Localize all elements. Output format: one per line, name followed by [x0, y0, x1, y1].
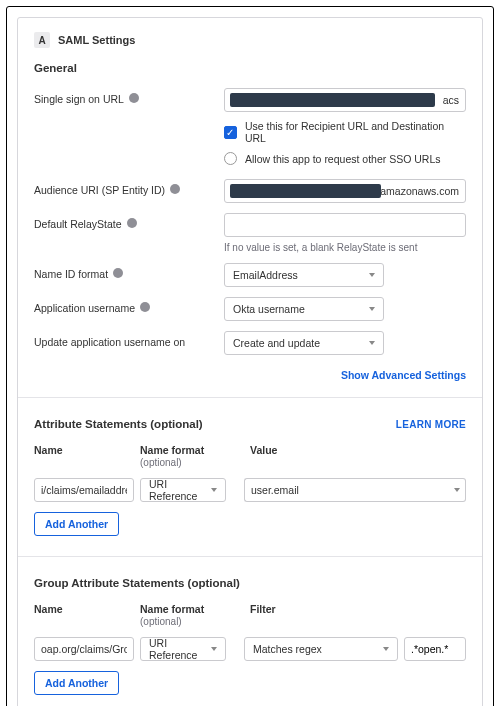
- chevron-down-icon: [211, 488, 217, 492]
- divider: [18, 397, 482, 398]
- attrs-col-fmt-sub: (optional): [140, 457, 182, 468]
- gattr-fmt-select[interactable]: URI Reference: [140, 637, 226, 661]
- audience-uri-input[interactable]: amazonaws.com: [224, 179, 466, 203]
- divider: [18, 556, 482, 557]
- attr-value-dropdown[interactable]: [449, 478, 466, 502]
- section-general-heading: General: [34, 62, 466, 74]
- show-advanced-link[interactable]: Show Advanced Settings: [34, 369, 466, 381]
- appuser-select[interactable]: Okta username: [224, 297, 384, 321]
- help-icon[interactable]: [170, 184, 180, 194]
- help-icon[interactable]: [127, 218, 137, 228]
- gattr-pattern-input[interactable]: [404, 637, 466, 661]
- chevron-down-icon: [369, 307, 375, 311]
- attr-value-input[interactable]: [244, 478, 449, 502]
- appuser-label: Application username: [34, 302, 135, 314]
- gattrs-col-name: Name: [34, 603, 134, 627]
- updateon-select[interactable]: Create and update: [224, 331, 384, 355]
- use-for-recipient-checkbox[interactable]: ✓: [224, 126, 237, 139]
- chevron-down-icon: [369, 273, 375, 277]
- chevron-down-icon: [454, 488, 460, 492]
- nameid-label: Name ID format: [34, 268, 108, 280]
- attrs-heading: Attribute Statements (optional): [34, 418, 203, 430]
- attr-name-input[interactable]: [34, 478, 134, 502]
- chevron-down-icon: [369, 341, 375, 345]
- sso-label: Single sign on URL: [34, 93, 124, 105]
- attr-row: URI Reference: [34, 478, 466, 502]
- help-icon[interactable]: [140, 302, 150, 312]
- relaystate-label: Default RelayState: [34, 218, 122, 230]
- relaystate-input[interactable]: [224, 213, 466, 237]
- help-icon[interactable]: [129, 93, 139, 103]
- learn-more-link[interactable]: LEARN MORE: [396, 419, 466, 430]
- add-another-attr-button[interactable]: Add Another: [34, 512, 119, 536]
- gattrs-col-filter: Filter: [232, 603, 466, 627]
- gattr-name-input[interactable]: [34, 637, 134, 661]
- add-another-gattr-button[interactable]: Add Another: [34, 671, 119, 695]
- gattr-filter-select[interactable]: Matches regex: [244, 637, 398, 661]
- updateon-label: Update application username on: [34, 336, 185, 348]
- attrs-col-val: Value: [232, 444, 466, 468]
- gattrs-col-fmt-sub: (optional): [140, 616, 182, 627]
- audience-uri-suffix: amazonaws.com: [380, 185, 459, 197]
- panel-title: SAML Settings: [58, 34, 135, 46]
- group-attrs-heading: Group Attribute Statements (optional): [34, 577, 466, 589]
- nameid-select[interactable]: EmailAddress: [224, 263, 384, 287]
- allow-other-sso-label: Allow this app to request other SSO URLs: [245, 153, 441, 165]
- panel-header: A SAML Settings: [34, 32, 466, 48]
- attrs-col-name: Name: [34, 444, 134, 468]
- chevron-down-icon: [211, 647, 217, 651]
- step-indicator: A: [34, 32, 50, 48]
- chevron-down-icon: [383, 647, 389, 651]
- attr-fmt-select[interactable]: URI Reference: [140, 478, 226, 502]
- group-attr-row: URI Reference Matches regex: [34, 637, 466, 661]
- use-for-recipient-label: Use this for Recipient URL and Destinati…: [245, 120, 466, 144]
- sso-url-suffix: acs: [443, 94, 459, 106]
- allow-other-sso-checkbox[interactable]: [224, 152, 237, 165]
- help-icon[interactable]: [113, 268, 123, 278]
- sso-url-input[interactable]: acs: [224, 88, 466, 112]
- audience-label: Audience URI (SP Entity ID): [34, 184, 165, 196]
- relaystate-note: If no value is set, a blank RelayState i…: [224, 242, 466, 253]
- attrs-col-fmt: Name format: [140, 444, 204, 456]
- gattrs-col-fmt: Name format: [140, 603, 204, 615]
